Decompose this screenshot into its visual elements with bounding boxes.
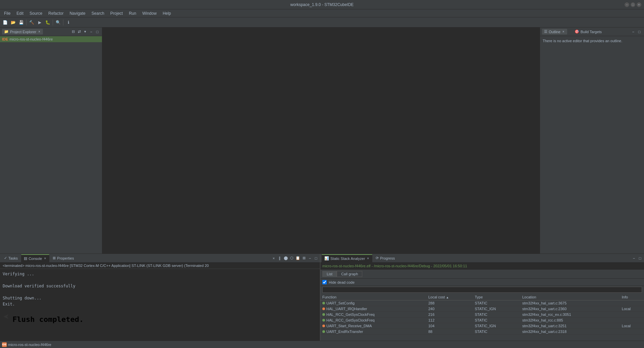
cell-local-cost-1: 240 — [426, 306, 473, 312]
maximize-panel-button[interactable]: □ — [95, 29, 100, 34]
outline-tab[interactable]: ☰ Outline × — [542, 29, 567, 34]
menu-window[interactable]: Window — [140, 10, 159, 16]
minimize-panel-button[interactable]: − — [89, 29, 94, 34]
outline-minimize[interactable]: − — [631, 29, 636, 34]
properties-icon: ⊞ — [53, 256, 56, 260]
progress-tab[interactable]: ⟳ Progress — [373, 254, 397, 262]
col-local-cost[interactable]: Local cost ▲ — [426, 294, 473, 300]
arrow-icon: ➤ — [3, 310, 9, 323]
console-line-3: Download verified successfully — [3, 283, 317, 289]
console-close[interactable]: × — [43, 256, 47, 261]
table-row[interactable]: UART_Start_Receive_DMA 104 STATIC_IGN st… — [320, 323, 644, 329]
close-button[interactable]: × — [637, 2, 641, 7]
project-explorer-tab[interactable]: 📁 Project Explorer × — [2, 29, 43, 34]
status-dot-4 — [322, 325, 325, 327]
analyzer-search-input[interactable] — [322, 287, 642, 293]
static-stack-analyzer-tab[interactable]: 📊 Static Stack Analyzer × — [322, 254, 372, 262]
cell-location-3: stm32f4xx_hal_rcc.c:885 — [520, 318, 620, 323]
console-maximize[interactable]: □ — [313, 256, 319, 261]
table-row[interactable]: HAL_RCC_GetSysClockFreq 216 STATIC stm32… — [320, 312, 644, 318]
table-row[interactable]: HAL_UART_IRQHandler 240 STATIC_IGN stm32… — [320, 306, 644, 312]
list-subtab[interactable]: List — [322, 271, 337, 277]
console-action-4[interactable]: ⬡ — [289, 256, 294, 261]
menu-project[interactable]: Project — [108, 10, 125, 16]
build-button[interactable]: 🔨 — [28, 19, 35, 26]
table-row[interactable]: UART_SetConfig 288 STATIC stm32f4xx_hal_… — [320, 300, 644, 306]
cell-local-cost-4: 104 — [426, 323, 473, 329]
status-project-icon: IDE — [2, 342, 7, 347]
table-row[interactable]: UART_EndRxTransfer 88 STATIC stm32f4xx_h… — [320, 329, 644, 335]
menu-run[interactable]: Run — [126, 10, 139, 16]
hide-dead-code-row: Hide dead code — [320, 279, 644, 286]
save-button[interactable]: 💾 — [17, 19, 25, 26]
menu-edit[interactable]: Edit — [14, 10, 26, 16]
hide-dead-code-checkbox[interactable] — [322, 280, 327, 284]
outline-maximize[interactable]: □ — [637, 29, 642, 34]
toolbar-sep-3 — [63, 19, 63, 25]
table-row[interactable]: HAL_RCC_GetSysClockFreq 112 STATIC stm32… — [320, 318, 644, 323]
outline-no-editor-text: There is no active editor that provides … — [543, 39, 622, 43]
console-action-5[interactable]: 📋 — [295, 256, 301, 261]
info-button[interactable]: ℹ — [65, 19, 72, 26]
project-name: micro-ros-st-nucleo-f446re — [9, 37, 53, 41]
cell-local-cost-5: 88 — [426, 329, 473, 335]
build-targets-tab[interactable]: 🎯 Build Targets — [573, 29, 604, 34]
cell-function-5: UART_EndRxTransfer — [320, 329, 426, 335]
console-action-6[interactable]: ⊞ — [301, 256, 307, 261]
console-action-3[interactable]: ⬤ — [283, 256, 288, 261]
cell-local-cost-0: 288 — [426, 300, 473, 306]
properties-tab[interactable]: ⊞ Properties — [50, 254, 76, 262]
debug-button[interactable]: 🐛 — [44, 19, 51, 26]
maximize-button[interactable]: □ — [631, 2, 635, 7]
project-explorer-close[interactable]: × — [38, 29, 41, 34]
project-item-root[interactable]: IDE micro-ros-st-nucleo-f446re — [0, 36, 102, 42]
cell-info-3 — [620, 318, 644, 323]
bottom-area: ✓ Tasks ▤ Console × ⊞ Properties × ‖ ⬤ ⬡ — [0, 254, 644, 341]
analyzer-maximize[interactable]: □ — [637, 256, 643, 261]
outline-icon: ☰ — [544, 29, 547, 34]
outline-content: There is no active editor that provides … — [540, 36, 644, 46]
outline-header: ☰ Outline × 🎯 Build Targets − □ — [540, 27, 644, 36]
search-button[interactable]: 🔍 — [54, 19, 62, 26]
cell-type-0: STATIC — [473, 300, 520, 306]
console-minimize[interactable]: − — [307, 256, 313, 261]
menu-search[interactable]: Search — [89, 10, 107, 16]
menu-source[interactable]: Source — [27, 10, 45, 16]
stack-analyzer-panel: 📊 Static Stack Analyzer × ⟳ Progress − □… — [320, 254, 644, 341]
tasks-tab[interactable]: ✓ Tasks — [1, 254, 20, 262]
console-action-1[interactable]: × — [271, 256, 276, 261]
col-type[interactable]: Type — [473, 294, 520, 300]
col-location[interactable]: Location — [520, 294, 620, 300]
toolbar-sep-1 — [26, 19, 26, 25]
analyzer-minimize[interactable]: − — [631, 256, 637, 261]
console-panel: ✓ Tasks ▤ Console × ⊞ Properties × ‖ ⬤ ⬡ — [0, 254, 320, 341]
menu-navigate[interactable]: Navigate — [67, 10, 88, 16]
new-button[interactable]: 📄 — [1, 19, 9, 26]
outline-close[interactable]: × — [562, 29, 565, 34]
analyzer-close[interactable]: × — [366, 256, 370, 261]
col-info[interactable]: Info — [620, 294, 644, 300]
console-tab-bar: ✓ Tasks ▤ Console × ⊞ Properties × ‖ ⬤ ⬡ — [0, 254, 320, 263]
menu-help[interactable]: Help — [160, 10, 174, 16]
col-function[interactable]: Function — [320, 294, 426, 300]
menu-file[interactable]: File — [1, 10, 13, 16]
cell-info-4: Local — [620, 323, 644, 329]
console-line-4 — [3, 289, 317, 295]
menu-bar: File Edit Source Refactor Navigate Searc… — [0, 9, 644, 17]
run-button[interactable]: ▶ — [36, 19, 43, 26]
minimize-button[interactable]: − — [625, 2, 629, 7]
open-button[interactable]: 📂 — [9, 19, 17, 26]
collapse-all-button[interactable]: ⊟ — [70, 29, 76, 34]
link-with-editor-button[interactable]: ⇄ — [76, 29, 82, 34]
cell-location-4: stm32f4xx_hal_uart.c:3251 — [520, 323, 620, 329]
project-explorer-icon: 📁 — [4, 29, 9, 34]
view-menu-button[interactable]: ▾ — [83, 29, 88, 34]
console-action-2[interactable]: ‖ — [277, 256, 282, 261]
menu-refactor[interactable]: Refactor — [46, 10, 66, 16]
content-area: 📁 Project Explorer × ⊟ ⇄ ▾ − □ IDE micro… — [0, 27, 644, 254]
console-tab[interactable]: ▤ Console × — [21, 254, 49, 262]
cell-type-5: STATIC — [473, 329, 520, 335]
cell-location-2: stm32f4xx_hal_rcc_ex.c:3051 — [520, 312, 620, 318]
center-editor-area — [102, 27, 540, 254]
call-graph-subtab[interactable]: Call graph — [337, 271, 362, 277]
